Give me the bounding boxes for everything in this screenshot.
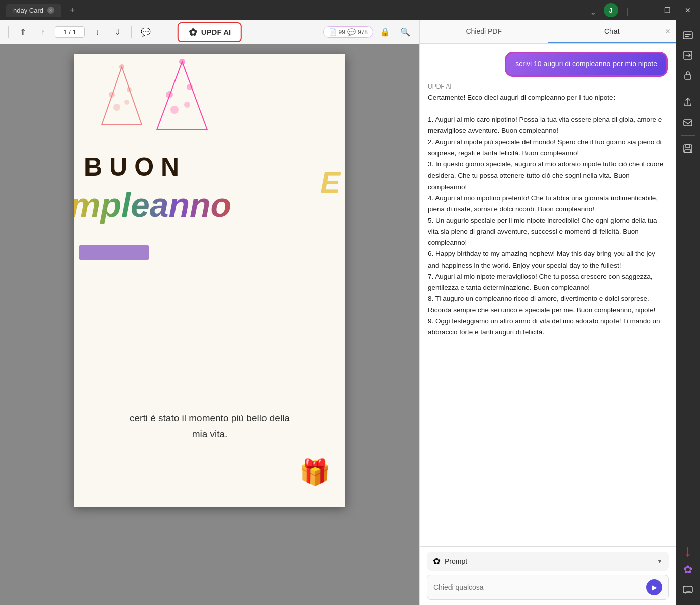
bottom-text-line1: certi è stato il momento più bello della bbox=[79, 411, 340, 426]
ai-label: UPDF AI bbox=[428, 83, 668, 90]
scroll-down-button[interactable]: ↓ bbox=[89, 24, 105, 40]
stats-icon-2: 💬 bbox=[347, 28, 356, 36]
chevron-down-icon: ▼ bbox=[657, 558, 663, 565]
chat-input[interactable] bbox=[433, 583, 642, 591]
pdf-content: BUON mpleanno certi è stato il momento p… bbox=[0, 44, 419, 605]
chat-input-row: ▶ bbox=[427, 575, 669, 600]
prompt-selector[interactable]: ✿ Prompt ▼ bbox=[427, 552, 669, 571]
svg-rect-12 bbox=[683, 32, 692, 39]
lock-button[interactable]: 🔒 bbox=[377, 24, 393, 40]
sidebar-icon-lock[interactable] bbox=[679, 66, 697, 84]
right-panel: Chiedi PDF Chat ✕ scrivi 10 auguri di co… bbox=[419, 20, 676, 605]
send-icon: ▶ bbox=[652, 583, 657, 591]
decorative-letter: E bbox=[320, 165, 340, 200]
svg-point-3 bbox=[127, 87, 132, 92]
ribbon-decoration bbox=[79, 245, 149, 260]
svg-rect-14 bbox=[685, 36, 689, 37]
scroll-up-first-button[interactable]: ⇑ bbox=[15, 24, 31, 40]
avatar: J bbox=[604, 3, 618, 17]
updf-logo-icon: ✿ bbox=[189, 26, 197, 38]
minimize-button[interactable]: — bbox=[640, 6, 653, 14]
tab-close-button[interactable]: ✕ bbox=[47, 7, 54, 14]
svg-point-9 bbox=[187, 84, 193, 90]
sidebar-icon-share[interactable] bbox=[679, 93, 697, 111]
buon-text: BUON bbox=[84, 152, 186, 182]
toolbar: ⇑ ↑ 1 / 1 ↓ ⇓ 💬 ✿ UPDF AI 📄 99 💬 978 🔒 bbox=[0, 20, 419, 44]
svg-point-5 bbox=[124, 100, 129, 105]
bottom-text: certi è stato il momento più bello della… bbox=[74, 411, 345, 442]
card-content: BUON mpleanno certi è stato il momento p… bbox=[74, 54, 345, 507]
svg-point-10 bbox=[170, 106, 179, 114]
pdf-page: BUON mpleanno certi è stato il momento p… bbox=[74, 54, 345, 507]
prompt-logo-icon: ✿ bbox=[433, 556, 441, 567]
toolbar-sep-1 bbox=[8, 26, 9, 38]
svg-marker-0 bbox=[102, 67, 142, 125]
svg-point-11 bbox=[184, 102, 190, 108]
sidebar-sep-1 bbox=[681, 89, 695, 89]
prompt-label: Prompt bbox=[445, 557, 653, 565]
sidebar-icon-convert[interactable] bbox=[679, 46, 697, 64]
sidebar-icon-email[interactable] bbox=[679, 113, 697, 131]
chat-area[interactable]: scrivi 10 auguri di compleanno per mio n… bbox=[420, 44, 676, 546]
updf-ai-label: UPDF AI bbox=[201, 28, 231, 36]
sidebar-icon-ocr[interactable] bbox=[679, 26, 697, 44]
tab-chat[interactable]: Chat bbox=[548, 20, 676, 43]
sidebar-icon-chat[interactable] bbox=[679, 581, 697, 599]
stats-badge-left[interactable]: 📄 99 💬 978 bbox=[323, 26, 373, 38]
tab-label: hday Card bbox=[13, 7, 43, 14]
titlebar: hday Card ✕ + ⌄ J | — ❐ ✕ bbox=[0, 0, 700, 20]
sidebar-sep-2 bbox=[681, 135, 695, 136]
ai-response-container: UPDF AI Certamente! Ecco dieci auguri di… bbox=[428, 83, 668, 338]
page-indicator[interactable]: 1 / 1 bbox=[55, 26, 85, 38]
stats-count-1: 99 bbox=[339, 29, 345, 36]
svg-point-4 bbox=[113, 104, 120, 111]
svg-point-1 bbox=[119, 64, 124, 69]
user-message: scrivi 10 auguri di compleanno per mio n… bbox=[505, 52, 668, 77]
svg-rect-16 bbox=[685, 75, 691, 79]
panel-tabs: Chiedi PDF Chat ✕ bbox=[420, 20, 676, 44]
scroll-down-last-button[interactable]: ⇓ bbox=[109, 24, 125, 40]
send-button[interactable]: ▶ bbox=[646, 579, 662, 595]
sidebar-icon-save[interactable] bbox=[679, 140, 697, 158]
titlebar-controls: ⌄ J | — ❐ ✕ bbox=[590, 3, 694, 17]
scroll-up-button[interactable]: ↑ bbox=[35, 24, 51, 40]
panel-close-button[interactable]: ✕ bbox=[665, 27, 671, 35]
arrow-down-icon: ↓ bbox=[684, 543, 692, 559]
party-hat-right bbox=[154, 59, 210, 137]
party-hat-left bbox=[99, 64, 144, 132]
active-tab[interactable]: hday Card ✕ bbox=[6, 4, 61, 17]
updf-ai-button[interactable]: ✿ UPDF AI bbox=[178, 22, 242, 42]
stats-icon-1: 📄 bbox=[329, 28, 337, 36]
compleanno-text: mpleanno bbox=[74, 185, 231, 224]
right-sidebar: ↓ ✿ bbox=[676, 20, 700, 605]
svg-rect-20 bbox=[685, 150, 691, 153]
ai-message-text: Certamente! Ecco dieci auguri di complea… bbox=[428, 92, 668, 338]
user-message-text: scrivi 10 auguri di compleanno per mio n… bbox=[515, 60, 657, 68]
divider-icon: | bbox=[626, 7, 632, 13]
prompt-bar: ✿ Prompt ▼ ▶ bbox=[420, 546, 676, 605]
svg-point-2 bbox=[109, 92, 115, 98]
sidebar-icon-ai[interactable]: ✿ bbox=[679, 561, 697, 579]
search-button[interactable]: 🔍 bbox=[397, 24, 413, 40]
comment-button[interactable]: 💬 bbox=[138, 24, 154, 40]
svg-point-7 bbox=[179, 59, 185, 65]
new-tab-button[interactable]: + bbox=[65, 3, 79, 17]
svg-rect-19 bbox=[686, 145, 690, 148]
svg-rect-13 bbox=[685, 34, 691, 35]
pdf-area: ⇑ ↑ 1 / 1 ↓ ⇓ 💬 ✿ UPDF AI 📄 99 💬 978 🔒 bbox=[0, 20, 419, 605]
maximize-button[interactable]: ❐ bbox=[661, 6, 674, 14]
chevron-down-icon[interactable]: ⌄ bbox=[590, 7, 596, 13]
gift-box-icon: 🎁 bbox=[299, 458, 330, 487]
close-button[interactable]: ✕ bbox=[682, 6, 694, 14]
svg-marker-6 bbox=[157, 62, 207, 130]
svg-rect-17 bbox=[684, 120, 692, 126]
arrow-container: ↓ bbox=[684, 543, 692, 559]
tab-chiedi-pdf[interactable]: Chiedi PDF bbox=[420, 20, 548, 43]
toolbar-sep-2 bbox=[131, 26, 132, 38]
bottom-text-line2: mia vita. bbox=[79, 426, 340, 442]
svg-point-8 bbox=[166, 91, 173, 98]
stats-count-2: 978 bbox=[358, 29, 368, 36]
app-container: ⇑ ↑ 1 / 1 ↓ ⇓ 💬 ✿ UPDF AI 📄 99 💬 978 🔒 bbox=[0, 20, 700, 605]
